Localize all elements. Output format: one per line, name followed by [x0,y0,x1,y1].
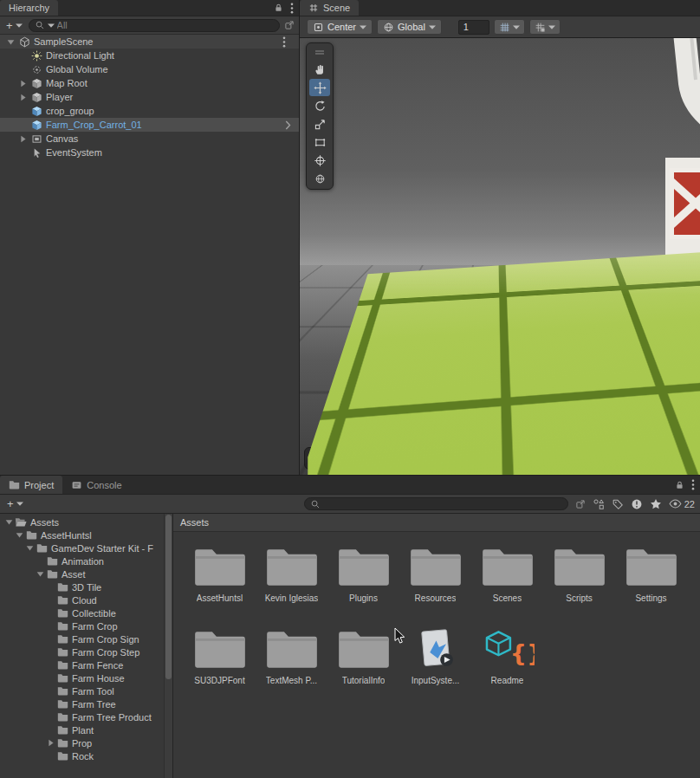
scale-tool[interactable] [309,115,330,133]
overlay-handle-icon[interactable] [308,452,319,464]
scrollbar-thumb[interactable] [165,515,172,679]
project-folder-rock[interactable]: Rock [0,749,172,762]
lighting-toggle[interactable] [401,450,426,468]
rotate-tool[interactable] [309,97,330,114]
expander-icon[interactable] [3,518,14,526]
scene-options-icon[interactable] [276,36,292,48]
asset-inputsyste[interactable]: InputSyste... [399,625,471,707]
project-folder-farm-crop[interactable]: Farm Crop [0,619,172,632]
lock-icon[interactable] [274,3,283,13]
project-folder-assets[interactable]: Assets [0,515,172,528]
favorites-icon[interactable] [650,498,662,510]
expander-icon[interactable] [17,135,29,143]
hierarchy-item-global-volume[interactable]: Global Volume [0,62,299,76]
expander-icon[interactable] [35,570,45,578]
hierarchy-menu-icon[interactable] [290,3,294,14]
project-search-input[interactable] [323,499,562,509]
compass-tool[interactable] [541,450,567,468]
asset-readme[interactable]: {}Readme [471,625,543,707]
tool-handle-position-dropdown[interactable]: Center [307,19,373,35]
tool-handle-rotation-dropdown[interactable]: Global [377,19,442,35]
expander-icon[interactable] [5,38,16,46]
move-tool[interactable] [309,79,330,96]
asset-plugins[interactable]: Plugins [327,542,399,625]
align-tool[interactable] [347,450,373,468]
filter-by-type-icon[interactable] [593,498,605,510]
hierarchy-item-samplescene[interactable]: SampleScene [0,35,299,49]
expander-icon[interactable] [14,531,24,539]
project-folder-animation[interactable]: Animation [0,554,172,567]
hidden-packages-toggle[interactable]: 22 [669,499,695,509]
tab-project[interactable]: Project [0,476,62,494]
rect-tool[interactable] [309,133,330,151]
asset-assethuntsl[interactable]: AssetHuntsl [184,542,256,625]
project-folder-farm-tree[interactable]: Farm Tree [0,697,172,710]
project-folder-farm-fence[interactable]: Farm Fence [0,658,172,671]
project-folder-farm-tree-product[interactable]: Farm Tree Product [0,710,172,723]
asset-resources[interactable]: Resources [399,542,471,625]
asset-kevin-iglesias[interactable]: Kevin Iglesias [256,542,327,625]
asset-su3djpfont[interactable]: SU3DJPFont [184,625,256,707]
zoom-tool[interactable] [455,450,480,468]
paint-tool[interactable] [428,450,453,468]
project-folder-3d-tile[interactable]: 3D Tile [0,580,172,593]
hierarchy-item-player[interactable]: Player [0,90,299,104]
expander-icon[interactable] [24,544,35,552]
hierarchy-item-farm-crop-carrot-01[interactable]: Farm_Crop_Carrot_01 [0,118,299,132]
tab-scene[interactable]: Scene [300,0,359,16]
search-filter-caret-icon[interactable] [48,23,55,28]
grid-visibility-button[interactable] [494,19,525,35]
project-folder-plant[interactable]: Plant [0,723,172,736]
pan-tool[interactable] [488,450,513,468]
hierarchy-item-map-root[interactable]: Map Root [0,76,299,90]
expander-icon[interactable] [45,739,55,747]
asset-textmesh-p[interactable]: TextMesh P... [256,625,327,707]
open-search-window-icon[interactable] [284,20,295,30]
hierarchy-item-eventsystem[interactable]: EventSystem [0,146,299,159]
open-search-window-icon[interactable] [575,499,586,509]
hierarchy-search[interactable] [29,19,280,32]
expander-icon[interactable] [17,94,29,101]
info-icon[interactable] [631,498,643,510]
project-folder-prop[interactable]: Prop [0,736,172,749]
project-folder-cloud[interactable]: Cloud [0,593,172,606]
filter-by-label-icon[interactable] [612,498,624,510]
move-overlay-tool[interactable] [321,450,346,468]
tree-scrollbar[interactable] [164,514,172,778]
pattern-tool[interactable] [374,450,399,468]
camera-tool[interactable] [515,450,540,468]
project-folder-asset[interactable]: Asset [0,567,172,580]
hierarchy-panel: Hierarchy + SampleSceneDirectional Light… [0,0,299,475]
custom-tools[interactable] [309,170,330,187]
project-folder-farm-crop-sign[interactable]: Farm Crop Sign [0,632,172,645]
asset-scenes[interactable]: Scenes [471,542,543,625]
project-folder-farm-tool[interactable]: Farm Tool [0,684,172,697]
overlay-handle-icon[interactable] [314,45,325,60]
hierarchy-item-canvas[interactable]: Canvas [0,132,299,146]
grid-size-input[interactable] [458,20,489,35]
asset-tutorialinfo[interactable]: TutorialInfo [327,625,399,707]
asset-settings[interactable]: Settings [615,542,687,625]
project-search[interactable] [304,497,568,510]
project-menu-icon[interactable] [691,479,695,490]
asset-scripts[interactable]: Scripts [543,542,615,625]
open-prefab-icon[interactable] [280,120,295,130]
add-gameobject-button[interactable]: + [4,19,24,32]
add-asset-button[interactable]: + [5,497,25,510]
expander-icon[interactable] [17,80,29,88]
project-folder-farm-crop-step[interactable]: Farm Crop Step [0,645,172,658]
project-folder-farm-house[interactable]: Farm House [0,671,172,684]
hierarchy-item-crop-group[interactable]: crop_group [0,104,299,118]
project-folder-gamedev-starter-kit-f[interactable]: GameDev Starter Kit - F [0,541,172,554]
scene-viewport[interactable] [300,38,700,475]
view-hand-tool[interactable] [309,61,330,78]
project-folder-assethuntsl[interactable]: AssetHuntsl [0,528,172,541]
tab-console[interactable]: Console [62,476,130,494]
project-folder-collectible[interactable]: Collectible [0,606,172,619]
hierarchy-item-directional-light[interactable]: Directional Light [0,49,299,62]
transform-tool[interactable] [309,152,330,169]
grid-snap-button[interactable] [529,19,561,35]
tab-hierarchy[interactable]: Hierarchy [0,0,58,16]
lock-icon[interactable] [675,480,684,490]
hierarchy-search-input[interactable] [57,20,274,30]
